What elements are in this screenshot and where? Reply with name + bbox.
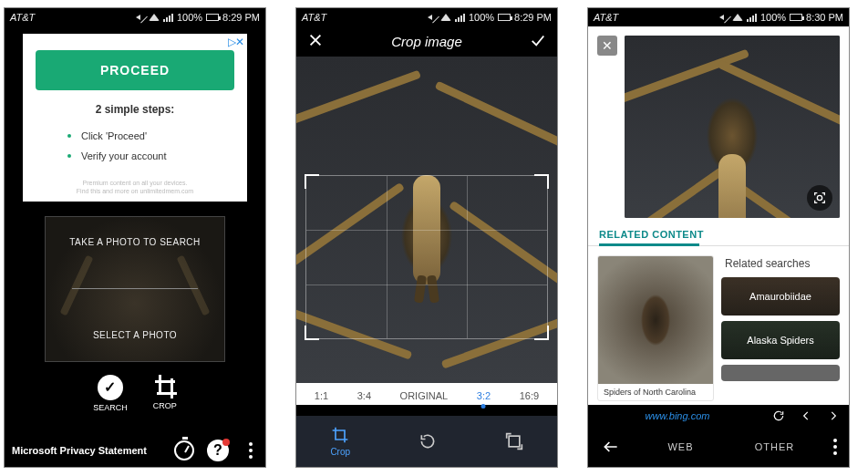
close-button[interactable]: ✕ (597, 36, 617, 56)
ad-steps-list: Click 'Proceed' Verify your account (23, 125, 247, 164)
status-bar: AT&T 100% 8:29 PM (296, 8, 557, 26)
related-chip-1[interactable]: Amaurobiidae (721, 277, 840, 316)
tab-other[interactable]: OTHER (728, 441, 822, 452)
crop-tab[interactable]: Crop (330, 426, 350, 457)
result-thumbnail (598, 256, 713, 384)
screen-1: AT&T 100% 8:29 PM ▷✕ PROCEED 2 simple st… (4, 7, 266, 468)
result-caption: Spiders of North Carolina (598, 384, 713, 400)
ratio-16-9[interactable]: 16:9 (518, 390, 541, 401)
clock: 8:30 PM (806, 12, 843, 23)
svg-point-1 (817, 195, 822, 200)
signal-icon (163, 14, 173, 22)
status-bar: AT&T 100% 8:29 PM (5, 8, 265, 26)
check-icon: ✓ (98, 375, 123, 400)
results-row: Spiders of North Carolina Related search… (588, 246, 849, 405)
battery-icon (498, 14, 511, 21)
ratio-original[interactable]: ORIGINAL (398, 390, 450, 401)
crop-label: CROP (153, 401, 177, 410)
result-card[interactable]: Spiders of North Carolina (597, 255, 714, 401)
ad-step-1: Click 'Proceed' (81, 125, 247, 145)
battery-icon (790, 14, 802, 21)
carrier-label: AT&T (594, 12, 618, 23)
more-icon[interactable] (242, 442, 260, 459)
select-photo-button[interactable]: SELECT A PHOTO (93, 330, 177, 340)
clock: 8:29 PM (514, 12, 552, 23)
search-image-preview (625, 36, 840, 218)
crop-header: Crop image (296, 26, 557, 57)
battery-icon (206, 14, 219, 21)
battery-pct: 100% (760, 12, 786, 23)
ratio-3-2[interactable]: 3:2 (475, 390, 492, 401)
related-chip-3[interactable] (721, 365, 840, 381)
tab-related-content[interactable]: RELATED CONTENT (588, 222, 849, 246)
mute-icon (719, 13, 728, 22)
crop-handle-tl[interactable] (305, 174, 319, 189)
signal-icon (747, 14, 757, 22)
divider (72, 288, 197, 289)
ad-card: ▷✕ PROCEED 2 simple steps: Click 'Procee… (23, 34, 247, 202)
crop-handle-tr[interactable] (534, 174, 549, 189)
help-icon[interactable]: ? (207, 440, 229, 461)
ad-steps-title: 2 simple steps: (23, 103, 247, 116)
battery-pct: 100% (177, 12, 202, 23)
carrier-label: AT&T (302, 12, 326, 23)
crop-handle-br[interactable] (534, 326, 549, 340)
take-photo-button[interactable]: TAKE A PHOTO TO SEARCH (69, 237, 201, 247)
related-searches: Related searches Amaurobiidae Alaska Spi… (721, 255, 840, 401)
crop-tab-label: Crop (330, 447, 350, 457)
crop-handle-bl[interactable] (305, 326, 319, 340)
crop-icon (153, 375, 177, 398)
tab-web[interactable]: WEB (634, 441, 728, 452)
visual-search-icon[interactable] (807, 185, 832, 211)
wifi-icon (440, 14, 451, 21)
photo-panel: TAKE A PHOTO TO SEARCH SELECT A PHOTO (45, 216, 225, 362)
confirm-button[interactable] (530, 32, 546, 51)
mute-icon (428, 13, 437, 22)
spider-image (625, 36, 840, 218)
ad-close-button[interactable]: ▷✕ (228, 36, 243, 48)
timer-icon[interactable] (174, 440, 194, 460)
screen-2: AT&T 100% 8:29 PM Crop image (295, 7, 558, 468)
related-chip-2[interactable]: Alaska Spiders (721, 321, 840, 359)
proceed-button[interactable]: PROCEED (36, 50, 234, 90)
ratio-3-4[interactable]: 3:4 (356, 390, 373, 401)
signal-icon (455, 14, 465, 22)
mute-icon (136, 13, 145, 22)
screen-3: AT&T 100% 8:30 PM ✕ (587, 7, 850, 468)
nav-forward-icon[interactable] (827, 409, 840, 422)
bottom-nav: WEB OTHER (588, 427, 849, 467)
expand-tab[interactable] (505, 432, 523, 450)
related-title: Related searches (721, 255, 840, 272)
url-text[interactable]: www.bing.com (646, 410, 710, 421)
crop-frame[interactable] (305, 175, 548, 339)
rotate-tab[interactable] (418, 432, 437, 450)
bottom-bar: Microsoft Privacy Statement ? (5, 436, 265, 467)
edit-toolbar: Crop (296, 416, 557, 467)
privacy-link[interactable]: Microsoft Privacy Statement (12, 445, 147, 456)
svg-rect-0 (509, 436, 520, 447)
more-icon[interactable] (822, 439, 849, 455)
tab-label: RELATED CONTENT (599, 229, 704, 240)
crop-canvas[interactable] (296, 57, 557, 383)
wifi-icon (149, 14, 160, 21)
clock: 8:29 PM (222, 12, 260, 23)
battery-pct: 100% (469, 12, 494, 23)
nav-back-icon[interactable] (800, 409, 812, 422)
browser-url-bar: www.bing.com (588, 405, 849, 427)
crop-title: Crop image (391, 34, 462, 49)
close-button[interactable] (307, 32, 324, 51)
status-bar: AT&T 100% 8:30 PM (588, 8, 849, 26)
tool-row: ✓ SEARCH CROP (5, 375, 265, 412)
crop-tool[interactable]: CROP (153, 375, 177, 412)
reload-icon[interactable] (772, 409, 785, 422)
search-label: SEARCH (93, 403, 128, 412)
back-button[interactable] (588, 438, 634, 456)
search-tool[interactable]: ✓ SEARCH (93, 375, 128, 412)
ratio-1-1[interactable]: 1:1 (313, 390, 330, 401)
ad-step-2: Verify your account (81, 145, 247, 165)
wifi-icon (732, 14, 743, 21)
ad-fineprint: Premium content on all your devices. Fin… (23, 179, 247, 195)
carrier-label: AT&T (10, 12, 35, 23)
aspect-ratio-row: 1:1 3:4 ORIGINAL 3:2 16:9 (296, 383, 557, 405)
